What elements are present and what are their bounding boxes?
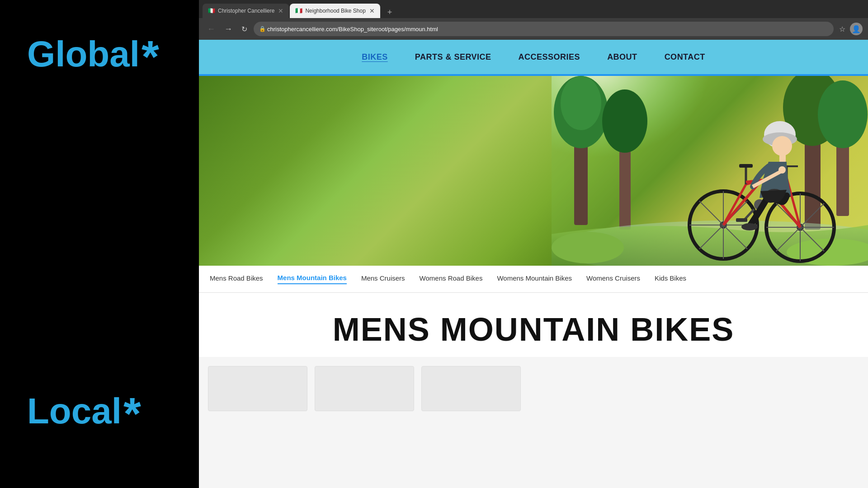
left-sidebar: Global * Local *	[0, 0, 199, 488]
tab-neighborhood-bike-shop[interactable]: 🇮🇹 Neighborhood Bike Shop ✕	[290, 4, 380, 18]
tab2-favicon: 🇮🇹	[295, 7, 302, 14]
product-area	[199, 357, 868, 488]
browser-right-icons: ☆ 👤	[837, 23, 863, 35]
local-brand: Local *	[27, 393, 181, 434]
lock-icon: 🔒	[259, 26, 266, 32]
back-button[interactable]: ←	[204, 23, 218, 36]
browser-chrome: 🇮🇹 Christopher Cancelliere ✕ 🇮🇹 Neighbor…	[199, 0, 868, 40]
svg-rect-31	[739, 164, 753, 168]
subnav-womens-cruisers[interactable]: Womens Cruisers	[586, 274, 640, 284]
address-bar: ← → ↻ 🔒 ☆ 👤	[199, 18, 868, 40]
hero-image	[199, 76, 868, 266]
hero-overlay	[199, 76, 868, 266]
url-input[interactable]	[254, 22, 834, 36]
tab2-label: Neighborhood Bike Shop	[305, 8, 365, 14]
svg-rect-44	[779, 154, 786, 162]
nav-contact[interactable]: CONTACT	[665, 52, 705, 62]
forward-button[interactable]: →	[222, 23, 235, 36]
tab1-favicon: 🇮🇹	[208, 7, 215, 14]
global-brand: Global *	[27, 36, 181, 77]
new-tab-button[interactable]: +	[383, 6, 397, 18]
global-word: Global	[27, 36, 140, 72]
tab1-label: Christopher Cancelliere	[218, 8, 274, 14]
profile-avatar[interactable]: 👤	[850, 23, 863, 35]
subnav-womens-mountain[interactable]: Womens Mountain Bikes	[497, 274, 572, 284]
site-navbar: BIKES PARTS & SERVICE ACCESSORIES ABOUT …	[199, 40, 868, 76]
svg-point-4	[561, 76, 601, 130]
nav-parts-service[interactable]: PARTS & SERVICE	[415, 52, 491, 62]
bookmark-button[interactable]: ☆	[837, 23, 847, 35]
svg-point-46	[741, 223, 758, 230]
local-word: Local	[27, 393, 122, 429]
svg-point-10	[818, 80, 868, 148]
product-card-3[interactable]	[421, 366, 521, 411]
refresh-button[interactable]: ↻	[239, 23, 250, 35]
global-asterisk: *	[142, 36, 159, 77]
subnav-womens-road[interactable]: Womens Road Bikes	[420, 274, 483, 284]
page-title: MENS MOUNTAIN BIKES	[208, 311, 859, 348]
svg-point-43	[772, 136, 792, 156]
website-content: BIKES PARTS & SERVICE ACCESSORIES ABOUT …	[199, 40, 868, 488]
product-card-2[interactable]	[315, 366, 414, 411]
local-asterisk: *	[123, 393, 141, 434]
tab-bar: 🇮🇹 Christopher Cancelliere ✕ 🇮🇹 Neighbor…	[199, 0, 868, 18]
page-title-section: MENS MOUNTAIN BIKES	[199, 293, 868, 357]
tab1-close-icon[interactable]: ✕	[278, 8, 283, 14]
subnav-mens-road[interactable]: Mens Road Bikes	[210, 274, 263, 284]
url-bar-wrapper: 🔒	[254, 22, 834, 36]
cyclist-illustration	[552, 76, 868, 266]
browser-window: 🇮🇹 Christopher Cancelliere ✕ 🇮🇹 Neighbor…	[199, 0, 868, 488]
tab-christopher[interactable]: 🇮🇹 Christopher Cancelliere ✕	[203, 4, 289, 18]
subnav-mens-cruisers[interactable]: Mens Cruisers	[361, 274, 405, 284]
nav-accessories[interactable]: ACCESSORIES	[519, 52, 580, 62]
sub-nav: Mens Road Bikes Mens Mountain Bikes Mens…	[199, 266, 868, 293]
tab2-close-icon[interactable]: ✕	[369, 8, 375, 14]
nav-bikes[interactable]: BIKES	[362, 52, 388, 62]
subnav-mens-mountain[interactable]: Mens Mountain Bikes	[278, 274, 347, 284]
nav-about[interactable]: ABOUT	[607, 52, 637, 62]
svg-rect-38	[736, 218, 747, 222]
svg-point-45	[778, 166, 786, 174]
svg-point-6	[602, 89, 647, 153]
svg-point-12	[552, 232, 624, 263]
subnav-kids-bikes[interactable]: Kids Bikes	[655, 274, 686, 284]
product-card-1[interactable]	[208, 366, 307, 411]
